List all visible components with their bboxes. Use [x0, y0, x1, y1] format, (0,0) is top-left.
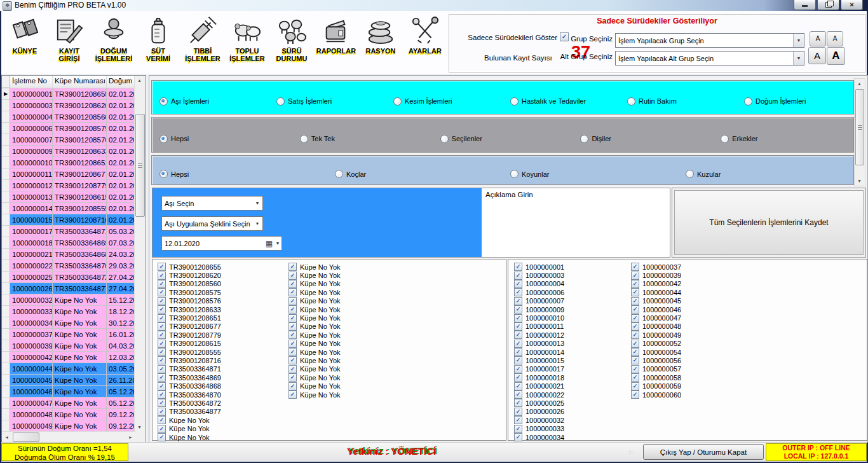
row-selector[interactable]: [2, 352, 10, 363]
table-row[interactable]: 1000000021TR3500336486824.03.20: [2, 249, 146, 260]
checklist-item[interactable]: ✓TR39001208555: [158, 348, 221, 356]
checklist-item[interactable]: ✓1000000032: [514, 416, 564, 424]
checklist-item[interactable]: ✓Küpe No Yok: [288, 373, 341, 382]
checklist-item[interactable]: ✓TR39001208620: [158, 271, 221, 279]
table-row[interactable]: 1000000006TR3900120857502.01.20: [2, 123, 146, 134]
checklist-item[interactable]: ✓TR35003364871: [158, 365, 221, 373]
checkbox-checked-icon[interactable]: ✓: [288, 314, 297, 322]
table-row[interactable]: 1000000046Küpe No Yok05.12.20: [2, 386, 146, 397]
checkbox-checked-icon[interactable]: ✓: [288, 297, 297, 305]
font-size-large-button[interactable]: A: [808, 47, 826, 64]
checklist-item[interactable]: ✓1000000058: [631, 373, 681, 382]
font-size-small-button-2[interactable]: A: [827, 31, 843, 46]
table-vertical-scrollbar[interactable]: ▲ ▼: [134, 76, 146, 432]
checkbox-checked-icon[interactable]: ✓: [631, 348, 639, 356]
checklist-item[interactable]: ✓TR39001208576: [158, 297, 221, 305]
column-header-dogum-tarihi[interactable]: Doğum T: [107, 76, 136, 88]
checkbox-checked-icon[interactable]: ✓: [631, 340, 639, 348]
row-selector[interactable]: [2, 283, 10, 294]
checkbox-checked-icon[interactable]: ✓: [158, 416, 166, 424]
checklist-item[interactable]: ✓1000000015: [514, 356, 564, 364]
checklist-item[interactable]: ✓1000000049: [631, 331, 681, 339]
checklist-item[interactable]: ✓1000000044: [631, 288, 681, 296]
radio-mode-seçilenler[interactable]: Seçilenler: [433, 135, 573, 143]
checklist-item[interactable]: ✓TR35003364872: [158, 399, 221, 407]
toolbar-item-ayarlar[interactable]: AYARLAR: [403, 11, 447, 74]
chevron-down-icon[interactable]: ▼: [793, 34, 804, 47]
checklist-item[interactable]: ✓1000000054: [631, 348, 681, 356]
radio-animal-type-hepsi[interactable]: Hepsi: [152, 170, 327, 178]
checklist-item[interactable]: ✓1000000018: [514, 373, 564, 382]
checkbox-checked-icon[interactable]: ✓: [631, 365, 639, 373]
logout-button[interactable]: Çıkış Yap / Oturumu Kapat: [643, 444, 764, 460]
checklist-item[interactable]: ✓Küpe No Yok: [288, 390, 341, 399]
checklist-item[interactable]: ✓Küpe No Yok: [288, 305, 341, 314]
checkbox-checked-icon[interactable]: ✓: [631, 314, 639, 322]
font-size-small-button-1[interactable]: A: [810, 31, 826, 46]
checkbox-checked-icon[interactable]: ✓: [514, 263, 522, 271]
row-selector[interactable]: [2, 134, 10, 146]
row-selector[interactable]: [2, 214, 10, 226]
checkbox-checked-icon[interactable]: ✓: [288, 390, 297, 399]
checkbox-checked-icon[interactable]: ✓: [631, 322, 639, 331]
table-row[interactable]: 1000000047Küpe No Yok05.12.20: [2, 397, 146, 409]
checklist-item[interactable]: ✓1000000033: [514, 424, 564, 432]
checkbox-checked-icon[interactable]: ✓: [288, 272, 297, 280]
checklist-item[interactable]: ✓1000000039: [631, 271, 681, 279]
table-row[interactable]: 1000000032Küpe No Yok15.12.20: [2, 294, 146, 306]
checklist-item[interactable]: ✓TR39001208651: [158, 314, 221, 322]
checklist-item[interactable]: ✓1000000014: [514, 348, 564, 356]
checkbox-checked-icon[interactable]: ✓: [158, 263, 166, 271]
checklist-item[interactable]: ✓1000000056: [631, 356, 681, 364]
row-selector[interactable]: [2, 157, 10, 169]
table-row[interactable]: 1000000009TR3900120863302.01.20: [2, 146, 146, 157]
checkbox-checked-icon[interactable]: ✓: [288, 280, 297, 288]
radio-mode-dişiler[interactable]: Dişiler: [573, 135, 713, 143]
checklist-item[interactable]: ✓Küpe No Yok: [288, 331, 341, 339]
radio-mode-hepsi[interactable]: Hepsi: [152, 135, 292, 143]
checklist-item[interactable]: ✓Küpe No Yok: [288, 288, 341, 296]
checkbox-checked-icon[interactable]: ✓: [158, 433, 166, 441]
toolbar-item-toplu-islemler[interactable]: TOPLU İŞLEMLER: [225, 11, 269, 74]
table-row[interactable]: 1000000034Küpe No Yok30.12.20: [2, 317, 146, 329]
table-row[interactable]: 1000000003TR3900120862002.01.20: [2, 100, 146, 111]
radio-icon[interactable]: [510, 170, 519, 178]
toolbar-item-raporlar[interactable]: RAPORLAR: [314, 11, 358, 74]
checkbox-checked-icon[interactable]: ✓: [514, 322, 522, 331]
table-row[interactable]: 1000000044Küpe No Yok03.05.20: [2, 363, 146, 375]
checkbox-checked-icon[interactable]: ✓: [158, 365, 166, 373]
radio-mode-erkekler[interactable]: Erkekler: [713, 135, 853, 143]
row-selector[interactable]: [2, 191, 10, 203]
radio-icon[interactable]: [627, 97, 635, 106]
scroll-down-icon[interactable]: ▼: [855, 176, 864, 186]
checklist-item[interactable]: ✓Küpe No Yok: [288, 348, 341, 356]
radio-animal-type-koyunlar[interactable]: Koyunlar: [503, 170, 678, 178]
checklist-item[interactable]: ✓1000000009: [514, 305, 564, 314]
checkbox-checked-icon[interactable]: ✓: [631, 305, 639, 314]
column-header-isletme-no[interactable]: İşletme No: [10, 76, 53, 88]
toolbar-item-kunye[interactable]: KÜNYE: [3, 11, 47, 74]
row-selector[interactable]: [2, 375, 10, 386]
checkbox-checked-icon[interactable]: ✓: [631, 390, 639, 399]
row-selector[interactable]: [2, 363, 10, 375]
toolbar-item-dogum-islemleri[interactable]: DOĞUM İŞLEMLERİ: [92, 11, 136, 74]
radio-operation-hastalık-ve-tedaviler[interactable]: Hastalık ve Tedaviler: [503, 97, 620, 106]
checklist-item[interactable]: ✓1000000046: [631, 305, 681, 314]
checklist-item[interactable]: ✓TR39001208575: [158, 288, 221, 296]
table-row[interactable]: 1000000033Küpe No Yok18.12.20: [2, 306, 146, 317]
subgroup-select[interactable]: İşlem Yapılacak Alt Grup Seçin ▼: [615, 51, 804, 66]
table-row[interactable]: 1000000049Küpe No Yok09.12.20: [2, 420, 146, 432]
checkbox-checked-icon[interactable]: ✓: [288, 263, 297, 271]
checkbox-checked-icon[interactable]: ✓: [514, 408, 522, 416]
checkbox-checked-icon[interactable]: ✓: [514, 305, 522, 314]
checkbox-checked-icon[interactable]: ✓: [514, 416, 522, 424]
save-all-selected-button[interactable]: Tüm Seçilenlerin İşlemlerini Kaydet: [674, 190, 864, 255]
checkbox-checked-icon[interactable]: ✓: [288, 365, 297, 373]
checkbox-checked-icon[interactable]: ✓: [631, 373, 639, 382]
checklist-item[interactable]: ✓TR39001208560: [158, 280, 221, 288]
checklist-item[interactable]: ✓1000000037: [631, 263, 681, 271]
radio-icon[interactable]: [580, 135, 588, 143]
checkbox-checked-icon[interactable]: ✓: [158, 331, 166, 339]
row-selector[interactable]: [2, 249, 10, 260]
table-row[interactable]: 1000000026TR3500336487727.04.20: [2, 283, 146, 294]
